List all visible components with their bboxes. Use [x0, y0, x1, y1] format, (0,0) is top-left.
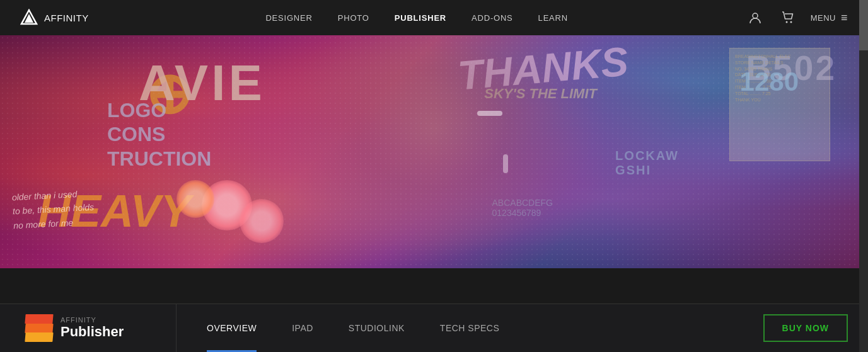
- menu-button[interactable]: MENU ≡: [811, 11, 848, 25]
- flower-shape-3: [176, 180, 214, 218]
- tab-studiolink[interactable]: STUDIOLINK: [331, 304, 422, 352]
- top-navigation: AFFINITY DESIGNER PHOTO PUBLISHER ADD-ON…: [0, 0, 868, 35]
- buy-now-button[interactable]: BUY NOW: [763, 314, 848, 342]
- publisher-icon-bar-2: [25, 324, 53, 333]
- svg-point-4: [790, 21, 792, 23]
- affinity-logo[interactable]: AFFINITY: [20, 9, 89, 26]
- receipt-texture: BREADINGTONHALL ELECSTORE NAME DETAILSNO…: [729, 48, 830, 161]
- nav-publisher[interactable]: PUBLISHER: [395, 13, 446, 23]
- graffiti-numbers-right: 1280: [740, 67, 799, 97]
- product-name: Publisher: [61, 324, 124, 340]
- tab-tech-specs[interactable]: TECH SPECS: [422, 304, 517, 352]
- nav-addons[interactable]: ADD-ONS: [472, 13, 513, 23]
- svg-point-3: [785, 21, 787, 23]
- affinity-brand-text: AFFINITY: [44, 13, 89, 23]
- svg-point-2: [753, 13, 758, 18]
- nav-learn[interactable]: LEARN: [538, 13, 568, 23]
- publisher-icon-bar-1: [25, 314, 53, 324]
- product-brand-area: AFFINITY Publisher: [0, 304, 176, 352]
- publisher-icon-bar-3: [25, 332, 53, 342]
- product-navigation-bar: AFFINITY Publisher OVERVIEW IPAD STUDIOL…: [0, 304, 868, 352]
- scrollbar-thumb[interactable]: [859, 0, 868, 50]
- tab-ipad[interactable]: IPAD: [274, 304, 331, 352]
- product-affinity-label: AFFINITY: [61, 316, 124, 324]
- hamburger-icon: ≡: [841, 11, 848, 25]
- hero-overlay: ⊕ AVIE LOGO CONS TRUCTION HEAVY thanks B…: [0, 35, 868, 268]
- nav-designer[interactable]: DESIGNER: [265, 13, 312, 23]
- user-account-icon[interactable]: [745, 8, 765, 28]
- hero-image: ⊕ AVIE LOGO CONS TRUCTION HEAVY thanks B…: [0, 35, 868, 268]
- nav-actions: MENU ≡: [745, 8, 848, 28]
- main-navigation: DESIGNER PHOTO PUBLISHER ADD-ONS LEARN: [265, 13, 568, 23]
- menu-label: MENU: [811, 13, 836, 23]
- cart-icon[interactable]: [778, 8, 798, 28]
- scrollbar[interactable]: [859, 0, 868, 352]
- publisher-icon: [25, 314, 53, 342]
- flower-shape-2: [240, 199, 284, 243]
- decorative-bar-2: [503, 154, 508, 173]
- hero-background: ⊕ AVIE LOGO CONS TRUCTION HEAVY thanks B…: [0, 35, 868, 268]
- affinity-triangle-icon: [20, 9, 38, 26]
- tab-overview[interactable]: OVERVIEW: [189, 304, 274, 352]
- product-brand-text: AFFINITY Publisher: [61, 316, 124, 340]
- handwriting-overlay: older than i used to be, this man holds …: [11, 186, 95, 232]
- decorative-bar: [477, 111, 502, 116]
- product-tabs: OVERVIEW IPAD STUDIOLINK TECH SPECS: [176, 304, 743, 352]
- nav-photo[interactable]: PHOTO: [338, 13, 369, 23]
